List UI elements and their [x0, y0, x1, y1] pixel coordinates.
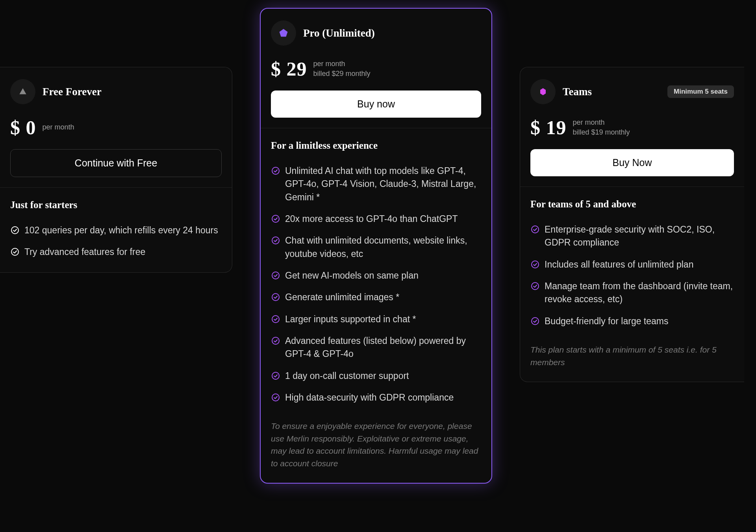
- price-row: $ 19 per month billed $19 monthly: [530, 116, 734, 139]
- features-section-free: Just for starters 102 queries per day, w…: [0, 188, 232, 272]
- feature-text: Chat with unlimited documents, website l…: [285, 234, 481, 260]
- features-title: Just for starters: [10, 200, 222, 211]
- check-icon: [10, 225, 20, 235]
- feature-text: High data-security with GDPR compliance: [285, 391, 454, 404]
- feature-text: Budget-friendly for large teams: [545, 315, 669, 328]
- price-meta: per month billed $19 monthly: [573, 118, 630, 137]
- buy-now-teams-button[interactable]: Buy Now: [530, 149, 734, 176]
- svg-point-0: [11, 227, 19, 234]
- features-title: For a limitless experience: [271, 140, 481, 151]
- feature-text: Manage team from the dashboard (invite t…: [545, 280, 734, 306]
- pentagon-icon: [271, 20, 296, 46]
- svg-point-4: [272, 237, 279, 244]
- plan-header-pro: Pro (Unlimited) $ 29 per month billed $2…: [261, 9, 491, 128]
- svg-point-8: [272, 337, 279, 344]
- feature-text: Advanced features (listed below) powered…: [285, 334, 481, 361]
- price-row: $ 0 per month: [10, 116, 222, 139]
- feature-item: Enterprise-grade security with SOC2, ISO…: [530, 223, 734, 249]
- svg-point-6: [272, 294, 279, 301]
- check-icon: [271, 314, 280, 324]
- svg-point-14: [532, 318, 539, 325]
- hexagon-icon: [530, 79, 556, 104]
- features-section-teams: For teams of 5 and above Enterprise-grad…: [520, 187, 744, 382]
- feature-text: Includes all features of unlimited plan: [545, 258, 693, 271]
- price-value: $ 0: [10, 116, 36, 139]
- features-title: For teams of 5 and above: [530, 199, 734, 210]
- check-icon: [530, 281, 540, 291]
- price-meta: per month: [43, 122, 74, 132]
- plan-title-row: Teams Minimum 5 seats: [530, 79, 734, 104]
- plan-title-row: Free Forever: [10, 79, 222, 104]
- feature-item: Manage team from the dashboard (invite t…: [530, 280, 734, 306]
- feature-item: Generate unlimited images *: [271, 291, 481, 304]
- feature-item: 102 queries per day, which refills every…: [10, 224, 222, 237]
- svg-point-12: [532, 261, 539, 268]
- feature-item: Chat with unlimited documents, website l…: [271, 234, 481, 260]
- price-per: per month: [573, 118, 630, 127]
- feature-text: Unlimited AI chat with top models like G…: [285, 164, 481, 204]
- feature-item: Includes all features of unlimited plan: [530, 258, 734, 271]
- svg-point-5: [272, 272, 279, 279]
- plan-card-teams: Teams Minimum 5 seats $ 19 per month bil…: [520, 67, 744, 382]
- feature-text: 102 queries per day, which refills every…: [24, 224, 218, 237]
- plan-title: Free Forever: [43, 86, 222, 98]
- plan-title: Teams: [563, 86, 660, 98]
- plan-note: To ensure a enjoyable experience for eve…: [271, 420, 481, 469]
- check-icon: [271, 214, 280, 224]
- check-icon: [271, 336, 280, 345]
- price-row: $ 29 per month billed $29 monthly: [271, 57, 481, 80]
- check-icon: [530, 316, 540, 326]
- feature-item: Get new AI-models on same plan: [271, 269, 481, 282]
- svg-point-1: [11, 248, 19, 255]
- feature-list-pro: Unlimited AI chat with top models like G…: [271, 164, 481, 404]
- features-section-pro: For a limitless experience Unlimited AI …: [261, 128, 491, 483]
- plan-title-row: Pro (Unlimited): [271, 20, 481, 46]
- continue-free-button[interactable]: Continue with Free: [10, 149, 222, 177]
- minimum-seats-badge: Minimum 5 seats: [667, 85, 734, 98]
- feature-text: Try advanced features for free: [24, 246, 145, 259]
- buy-now-pro-button[interactable]: Buy now: [271, 91, 481, 118]
- price-billed: billed $29 monthly: [313, 69, 371, 79]
- feature-item: High data-security with GDPR compliance: [271, 391, 481, 404]
- feature-item: Advanced features (listed below) powered…: [271, 334, 481, 361]
- feature-list-free: 102 queries per day, which refills every…: [10, 224, 222, 259]
- price-per: per month: [313, 59, 371, 69]
- feature-item: Unlimited AI chat with top models like G…: [271, 164, 481, 204]
- svg-point-9: [272, 372, 279, 379]
- price-meta: per month billed $29 monthly: [313, 59, 371, 79]
- svg-point-7: [272, 316, 279, 323]
- svg-point-10: [272, 394, 279, 401]
- plan-header-free: Free Forever $ 0 per month Continue with…: [0, 67, 232, 187]
- feature-item: Try advanced features for free: [10, 246, 222, 259]
- feature-text: 1 day on-call customer support: [285, 369, 409, 382]
- feature-item: Budget-friendly for large teams: [530, 315, 734, 328]
- feature-text: Enterprise-grade security with SOC2, ISO…: [545, 223, 734, 249]
- triangle-icon: [10, 79, 35, 104]
- svg-point-13: [532, 283, 539, 290]
- feature-list-teams: Enterprise-grade security with SOC2, ISO…: [530, 223, 734, 328]
- plan-note: This plan starts with a minimum of 5 sea…: [530, 344, 734, 368]
- price-per: per month: [43, 122, 74, 132]
- check-icon: [271, 371, 280, 381]
- check-icon: [530, 260, 540, 269]
- price-value: $ 19: [530, 116, 567, 139]
- feature-item: 1 day on-call customer support: [271, 369, 481, 382]
- plan-title: Pro (Unlimited): [303, 27, 481, 39]
- pricing-container: Free Forever $ 0 per month Continue with…: [0, 0, 756, 484]
- check-icon: [271, 271, 280, 280]
- check-icon: [271, 166, 280, 175]
- feature-item: Larger inputs supported in chat *: [271, 313, 481, 326]
- feature-text: Larger inputs supported in chat *: [285, 313, 416, 326]
- svg-point-2: [272, 167, 279, 174]
- plan-card-free: Free Forever $ 0 per month Continue with…: [0, 67, 232, 273]
- plan-card-pro: Pro (Unlimited) $ 29 per month billed $2…: [260, 8, 492, 484]
- plan-header-teams: Teams Minimum 5 seats $ 19 per month bil…: [520, 67, 744, 187]
- feature-text: 20x more access to GPT-4o than ChatGPT: [285, 212, 458, 225]
- price-value: $ 29: [271, 57, 307, 80]
- svg-point-3: [272, 215, 279, 222]
- check-icon: [271, 292, 280, 302]
- feature-text: Get new AI-models on same plan: [285, 269, 419, 282]
- feature-text: Generate unlimited images *: [285, 291, 399, 304]
- check-icon: [271, 236, 280, 245]
- check-icon: [271, 393, 280, 402]
